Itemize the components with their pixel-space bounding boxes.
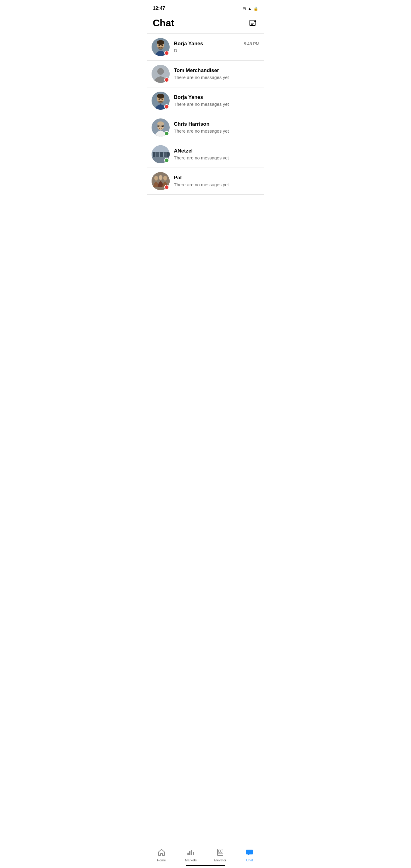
- chat-item-pat[interactable]: Pat There are no messages yet: [147, 168, 264, 194]
- chat-preview-tom: There are no messages yet: [174, 75, 229, 80]
- chat-info-borja2: Borja Yanes There are no messages yet: [174, 94, 259, 107]
- chat-name-chris: Chris Harrison: [174, 121, 210, 127]
- chat-name-tom: Tom Merchandiser: [174, 67, 219, 73]
- svg-point-32: [154, 176, 158, 181]
- svg-rect-24: [153, 151, 156, 157]
- chat-preview-chris: There are no messages yet: [174, 128, 229, 133]
- chat-item-anetzel[interactable]: ANetzel There are no messages yet: [147, 141, 264, 167]
- chat-time-borja1: 8:45 PM: [244, 41, 259, 46]
- chat-name-row-anetzel: ANetzel: [174, 148, 259, 154]
- chat-item-borja2[interactable]: Borja Yanes There are no messages yet: [147, 87, 264, 114]
- svg-point-18: [157, 121, 164, 126]
- chat-preview-borja1: D: [174, 48, 177, 53]
- svg-rect-29: [152, 145, 170, 152]
- sim-icon: ⊟: [243, 6, 246, 11]
- svg-point-10: [157, 94, 164, 98]
- status-dot-pat: [164, 185, 169, 190]
- chat-preview-borja2: There are no messages yet: [174, 101, 229, 107]
- header: Chat: [147, 15, 264, 33]
- status-time: 12:47: [153, 6, 165, 11]
- chat-info-chris: Chris Harrison There are no messages yet: [174, 121, 259, 134]
- chat-name-row-borja2: Borja Yanes: [174, 94, 259, 100]
- svg-point-3: [157, 40, 164, 45]
- chat-info-borja1: Borja Yanes 8:45 PM D: [174, 41, 259, 53]
- svg-point-19: [158, 126, 159, 127]
- chat-name-pat: Pat: [174, 175, 182, 181]
- chat-name-borja2: Borja Yanes: [174, 94, 203, 100]
- svg-rect-28: [167, 151, 170, 157]
- chat-item-tom[interactable]: Tom Merchandiser There are no messages y…: [147, 61, 264, 87]
- avatar-wrapper-chris: [152, 119, 170, 136]
- avatar-wrapper-anetzel: [152, 145, 170, 163]
- avatar-wrapper-tom: [152, 65, 170, 83]
- chat-name-row-chris: Chris Harrison: [174, 121, 259, 127]
- avatar-wrapper-borja2: [152, 92, 170, 110]
- page-title: Chat: [153, 18, 174, 29]
- chat-preview-pat: There are no messages yet: [174, 182, 229, 187]
- compose-button[interactable]: [247, 18, 258, 29]
- status-dot-borja1: [164, 51, 169, 56]
- compose-icon: [249, 19, 257, 27]
- status-dot-anetzel: [164, 158, 169, 163]
- svg-point-11: [158, 98, 160, 100]
- svg-point-33: [159, 175, 162, 180]
- chat-name-row-borja1: Borja Yanes 8:45 PM: [174, 41, 259, 47]
- status-dot-borja2: [164, 104, 169, 109]
- wifi-icon: ▲: [248, 6, 252, 11]
- chat-info-pat: Pat There are no messages yet: [174, 175, 259, 187]
- svg-point-5: [161, 45, 163, 46]
- svg-point-7: [157, 68, 164, 75]
- chat-item-chris[interactable]: Chris Harrison There are no messages yet: [147, 114, 264, 141]
- status-dot-tom: [164, 78, 169, 82]
- chat-name-row-pat: Pat: [174, 175, 259, 181]
- status-icons: ⊟ ▲ 🔒: [243, 6, 258, 11]
- chat-preview-anetzel: There are no messages yet: [174, 155, 229, 160]
- chat-list: Borja Yanes 8:45 PM D Tom Merchandiser: [147, 34, 264, 195]
- svg-point-34: [163, 176, 167, 181]
- svg-point-20: [162, 126, 163, 127]
- chat-name-borja1: Borja Yanes: [174, 41, 203, 47]
- avatar-wrapper-borja1: [152, 38, 170, 56]
- status-bar: 12:47 ⊟ ▲ 🔒: [147, 0, 264, 15]
- avatar-wrapper-pat: [152, 172, 170, 190]
- chat-info-tom: Tom Merchandiser There are no messages y…: [174, 67, 259, 80]
- chat-name-row-tom: Tom Merchandiser: [174, 67, 259, 73]
- chat-item-borja1[interactable]: Borja Yanes 8:45 PM D: [147, 34, 264, 60]
- chat-name-anetzel: ANetzel: [174, 148, 193, 154]
- status-dot-chris: [164, 131, 169, 136]
- svg-point-12: [161, 98, 163, 100]
- chat-info-anetzel: ANetzel There are no messages yet: [174, 148, 259, 161]
- svg-point-4: [158, 45, 160, 46]
- battery-icon: 🔒: [253, 6, 258, 11]
